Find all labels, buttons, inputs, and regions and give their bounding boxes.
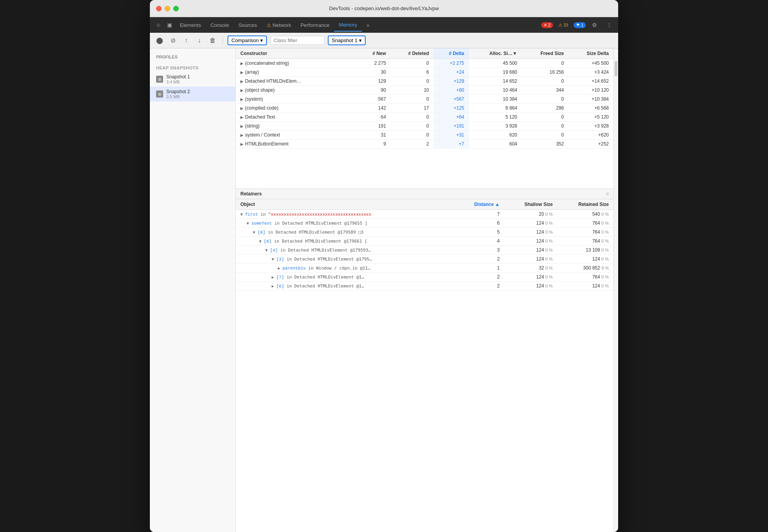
cell-delta: +7 [434,140,469,149]
collect-garbage-button[interactable]: 🗑 [208,35,218,46]
row-expand-arrow[interactable]: ▶ [240,70,245,74]
cell-new: 2 275 [358,59,391,68]
inspect-icon[interactable]: ▣ [164,20,175,30]
table-row[interactable]: ▶ Detached Text 64 0 +64 5 120 0 +5 120 [236,113,613,122]
download-button[interactable]: ↓ [194,35,204,46]
retainer-row[interactable]: ▼ [3] in Detached HTMLDivElement @1795… … [236,255,613,264]
cell-shallow-size: 124 0 % [504,228,557,237]
profiles-title: Profiles [150,53,235,62]
table-row[interactable]: ▶ HTMLButtonElement 9 2 +7 604 352 +252 [236,140,613,149]
table-row[interactable]: ▶ (system) 567 0 +567 10 384 0 +10 384 [236,95,613,104]
tab-console[interactable]: Console [206,19,234,31]
snapshot2-info: Snapshot 2 3.5 MB [166,89,190,99]
retainer-row[interactable]: ▶ parentDiv in Window / cdpn.io @11… 1 3… [236,264,613,273]
retained-pct: 0 % [601,257,609,261]
table-row[interactable]: ▶ (string) 191 0 +191 3 928 0 +3 928 [236,122,613,131]
retainer-row[interactable]: ▶ [6] in Detached HTMLDivElement @1… 2 1… [236,282,613,291]
tab-more[interactable]: » [362,19,374,31]
col-constructor[interactable]: Constructor [236,48,358,59]
retainers-table[interactable]: Object Distance ▲ Shallow Size Retained … [236,199,613,314]
retainer-row[interactable]: ▼ [8] in Detached HTMLDivElement @179661… [236,237,613,246]
col-retained-size[interactable]: Retained Size [557,199,613,210]
col-alloc-size[interactable]: Alloc. Si…▼ [469,48,522,59]
retainer-expand[interactable]: ▶ [272,284,276,288]
cell-distance: 6 [455,219,505,228]
network-warning-icon: ⚠ [267,22,273,28]
row-expand-arrow[interactable]: ▶ [240,61,245,66]
cell-retainer-object: ▶ [6] in Detached HTMLDivElement @1… [236,282,455,291]
cell-distance: 3 [455,246,505,255]
tab-performance[interactable]: Performance [296,19,334,31]
col-distance[interactable]: Distance ▲ [455,199,505,210]
row-expand-arrow[interactable]: ▶ [240,124,245,128]
retainer-row[interactable]: ▼ first in "xxxxxxxxxxxxxxxxxxxxxxxxxxxx… [236,210,613,219]
cell-size-delta: +3 424 [569,68,613,77]
snapshot-dropdown[interactable]: Snapshot 1 ▾ [328,35,366,45]
table-row[interactable]: ▶ system / Context 31 0 +31 620 0 +620 [236,131,613,140]
retainer-expand[interactable]: ▼ [253,230,258,234]
col-deleted[interactable]: # Deleted [391,48,434,59]
retainer-row[interactable]: ▼ [4] in Detached HTMLDivElement @179593… [236,246,613,255]
cell-retained-size: 764 0 % [557,273,613,282]
retained-pct: 0 % [601,230,609,234]
table-row[interactable]: ▶ (compiled code) 142 17 +125 6 864 296 … [236,104,613,113]
shallow-pct: 0 % [545,257,553,261]
retainer-expand[interactable]: ▼ [259,239,264,243]
retainer-row[interactable]: ▼ someText in Detached HTMLDivElement @1… [236,219,613,228]
cell-shallow-size: 124 0 % [504,273,557,282]
cell-freed-size: 16 256 [522,68,569,77]
settings-icon[interactable]: ⚙ [589,20,600,30]
scrollbar[interactable] [613,48,618,532]
retainer-expand[interactable]: ▶ [272,275,276,279]
row-expand-arrow[interactable]: ▶ [240,97,245,101]
cell-retainer-object: ▼ [8] in Detached HTMLDivElement @179661… [236,237,455,246]
close-button[interactable] [156,6,162,11]
more-options-icon[interactable]: ⋮ [603,20,615,30]
col-shallow-size[interactable]: Shallow Size [504,199,557,210]
sidebar-item-snapshot1[interactable]: ⊞ Snapshot 1 3.4 MB [150,72,235,87]
row-expand-arrow[interactable]: ▶ [240,79,245,83]
retainers-section: Retainers ≡ Object Distance ▲ Shallow Si… [236,189,613,314]
retainer-expand[interactable]: ▶ [278,266,283,270]
comparison-dropdown[interactable]: Comparison ▾ [228,35,267,45]
col-new[interactable]: # New [358,48,391,59]
col-size-delta[interactable]: Size Delta [569,48,613,59]
row-expand-arrow[interactable]: ▶ [240,106,245,110]
col-delta[interactable]: # Delta [434,48,469,59]
tab-elements[interactable]: Elements [175,19,206,31]
retainer-expand[interactable]: ▼ [247,221,251,225]
cursor-icon[interactable]: ⊹ [153,20,164,30]
cell-retainer-object: ▼ someText in Detached HTMLDivElement @1… [236,219,455,228]
clear-button[interactable]: ⊘ [168,35,178,46]
table-row[interactable]: ▶ Detached HTMLDivElem… 129 0 +129 14 65… [236,77,613,86]
sidebar-item-snapshot2[interactable]: ⊞ Snapshot 2 3.5 MB [150,87,235,101]
row-expand-arrow[interactable]: ▶ [240,133,245,137]
retainer-expand[interactable]: ▼ [272,257,276,261]
upload-button[interactable]: ↑ [181,35,191,46]
retainer-expand[interactable]: ▼ [240,212,245,216]
col-object[interactable]: Object [236,199,455,210]
retainer-row[interactable]: ▶ [7] in Detached HTMLDivElement @1… 2 1… [236,273,613,282]
traffic-lights [156,6,179,11]
row-expand-arrow[interactable]: ▶ [240,115,245,119]
tab-memory[interactable]: Memory [334,19,362,32]
table-row[interactable]: ▶ (array) 30 6 +24 19 680 16 256 +3 424 [236,68,613,77]
cell-size-delta: +620 [569,131,613,140]
retainer-in-text: in Detached HTMLDivElement @179661 [ [272,239,367,244]
class-filter-input[interactable] [270,36,325,45]
record-button[interactable]: ⬤ [155,35,165,46]
row-expand-arrow[interactable]: ▶ [240,142,245,146]
row-expand-arrow[interactable]: ▶ [240,88,245,92]
col-freed-size[interactable]: Freed Size [522,48,569,59]
tab-sources[interactable]: Sources [234,19,262,31]
heap-table[interactable]: Constructor # New # Deleted # Delta Allo… [236,48,613,189]
maximize-button[interactable] [173,6,179,11]
table-row[interactable]: ▶ (object shape) 90 10 +80 10 464 344 +1… [236,86,613,95]
cell-delta: +31 [434,131,469,140]
minimize-button[interactable] [165,6,170,11]
retainer-expand[interactable]: ▼ [265,248,270,252]
tab-network[interactable]: ⚠ Network [262,19,296,31]
table-row[interactable]: ▶ (concatenated string) 2 275 0 +2 275 4… [236,59,613,68]
cell-retained-size: 13 108 0 % [557,246,613,255]
retainer-row[interactable]: ▼ [8] in Detached HTMLDivElement @179589… [236,228,613,237]
